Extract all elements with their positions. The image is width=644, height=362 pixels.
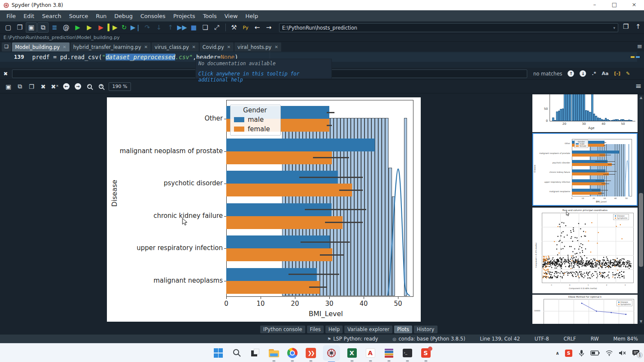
hidden-icons-chevron-icon[interactable]: ∧ xyxy=(556,350,559,356)
wifi-icon[interactable] xyxy=(605,350,613,356)
find-symbols-icon[interactable]: @ xyxy=(61,22,72,33)
open-file-icon[interactable]: ❐ xyxy=(14,22,25,33)
browse-directory-icon[interactable]: ❐ xyxy=(623,23,629,30)
pane-tab-history[interactable]: History xyxy=(414,326,437,333)
chevron-down-icon[interactable]: ▾ xyxy=(613,26,615,30)
tooltip-line2[interactable]: Click anywhere in this tooltip for addit… xyxy=(198,71,329,83)
microphone-icon[interactable] xyxy=(578,349,585,357)
menu-search[interactable]: Search xyxy=(38,12,65,21)
menu-debug[interactable]: Debug xyxy=(110,12,137,21)
step-over-icon[interactable]: ↷ xyxy=(142,22,153,33)
back-icon[interactable]: ← xyxy=(252,22,263,33)
save-file-icon[interactable]: ▣ xyxy=(26,22,37,33)
thumbnail-bmi-disease-selected[interactable]: Othermalignant neoplasm of prostatepsych… xyxy=(532,133,638,206)
bmi-disease-figure[interactable]: Othermalignant neoplasm of prostatepsych… xyxy=(107,97,421,322)
tab-model_building-py[interactable]: Model_building.py✕ xyxy=(12,42,70,51)
restart-kernel-icon[interactable]: ↻ xyxy=(118,22,130,33)
copy-image-icon[interactable]: ❐ xyxy=(26,81,37,92)
new-file-icon[interactable]: ▢ xyxy=(3,22,14,33)
run-selection-icon[interactable]: ▍▶ xyxy=(107,22,118,33)
save-all-icon[interactable]: ⧉ xyxy=(37,22,49,33)
acrobat-app[interactable]: A xyxy=(364,347,377,359)
pane-tab-plots[interactable]: Plots xyxy=(394,326,412,333)
chrome-app[interactable] xyxy=(286,347,299,359)
save-all-plots-icon[interactable]: ⧉ xyxy=(14,81,26,92)
parent-directory-icon[interactable]: ↑ xyxy=(635,23,641,30)
bar-female[interactable] xyxy=(226,184,352,196)
menu-help[interactable]: Help xyxy=(242,12,262,21)
minimize-button[interactable]: – xyxy=(585,0,605,10)
preferences-icon[interactable]: ⚒ xyxy=(228,22,240,33)
save-plot-icon[interactable]: ▣ xyxy=(3,81,14,92)
rerun-cell-icon[interactable]: ▶ xyxy=(95,22,106,33)
bar-female[interactable] xyxy=(226,281,320,294)
bar-female[interactable] xyxy=(226,248,332,261)
previous-plot-icon[interactable]: ← xyxy=(61,81,72,92)
stop-icon[interactable]: ■ xyxy=(188,22,199,33)
debug-run-icon[interactable]: ▶▶ xyxy=(176,22,188,33)
maximize-pane-icon[interactable]: ❏ xyxy=(200,22,211,33)
maximize-button[interactable]: □ xyxy=(605,0,624,10)
tab-viral_hosts-py[interactable]: viral_hosts.py✕ xyxy=(234,42,281,51)
plots-options-icon[interactable]: ≡ xyxy=(635,81,641,90)
scroll-down-icon[interactable]: ▼ xyxy=(638,319,644,324)
winrar-app[interactable] xyxy=(383,347,395,359)
zoom-in-icon[interactable]: + xyxy=(95,81,107,92)
spyder-app[interactable] xyxy=(323,345,340,361)
find-previous-icon[interactable]: ↑ xyxy=(568,70,574,77)
run-cell-icon[interactable]: ▶ xyxy=(84,22,95,33)
tab-virus_class-py[interactable]: virus_class.py✕ xyxy=(152,42,198,51)
menu-consoles[interactable]: Consoles xyxy=(137,12,169,21)
close-tab-icon[interactable]: ✕ xyxy=(274,45,278,49)
thumbnail-elbow-method[interactable]: Elbow Method For Optimal k10000DiseaseSy… xyxy=(532,295,638,324)
close-button[interactable]: × xyxy=(624,0,644,10)
sogou-app[interactable]: S xyxy=(419,347,432,359)
scroll-up-icon[interactable]: ▲ xyxy=(638,95,644,100)
thumbnail-age-histogram[interactable]: 50020304050Age xyxy=(532,94,638,132)
search-button[interactable] xyxy=(231,347,243,359)
browse-tabs-button[interactable]: ❏ xyxy=(2,42,11,51)
volume-muted-icon[interactable] xyxy=(619,350,626,356)
battery-icon[interactable] xyxy=(590,350,600,356)
whole-words-icon[interactable]: [-] xyxy=(614,71,620,76)
thumbnails-scrollbar[interactable]: ▲ ▼ xyxy=(638,95,644,324)
match-case-icon[interactable]: Aa xyxy=(601,71,608,76)
thumbnail-principal-coordinates[interactable]: Row and column principal coordinates-101… xyxy=(532,208,638,293)
close-tab-icon[interactable]: ✕ xyxy=(192,45,195,49)
remove-plot-icon[interactable]: ✖ xyxy=(37,81,49,92)
close-tab-icon[interactable]: ✕ xyxy=(227,45,231,49)
python-path-icon[interactable]: Py xyxy=(240,22,251,33)
regex-icon[interactable]: .* xyxy=(592,71,596,76)
start-button[interactable] xyxy=(212,347,225,359)
working-directory-input[interactable]: E:\PythonRun\hosts_prediction ▾ xyxy=(279,23,618,32)
tab-hybrid_transfer_learning-py[interactable]: hybrid_transfer_learning.py✕ xyxy=(70,42,151,51)
menu-projects[interactable]: Projects xyxy=(169,12,199,21)
menu-view[interactable]: View xyxy=(221,12,242,21)
close-tab-icon[interactable]: ✕ xyxy=(144,45,148,49)
pane-tab-help[interactable]: Help xyxy=(325,326,343,333)
zoom-out-icon[interactable]: - xyxy=(84,81,95,92)
menu-source[interactable]: Source xyxy=(65,12,92,21)
find-next-icon[interactable]: ↓ xyxy=(580,70,586,77)
sogou-tray-icon[interactable]: S xyxy=(565,350,572,357)
remove-all-plots-icon[interactable]: ✖ˣ xyxy=(49,81,61,92)
terminal-app[interactable]: ›_ xyxy=(401,347,414,359)
zoom-level[interactable]: 190 % xyxy=(109,82,131,91)
menu-run[interactable]: Run xyxy=(92,12,110,21)
bar-male[interactable] xyxy=(226,139,375,151)
notifications-icon[interactable]: 1 xyxy=(632,350,640,356)
menu-file[interactable]: File xyxy=(3,12,20,21)
menu-tools[interactable]: Tools xyxy=(199,12,221,21)
highlight-matches-icon[interactable]: ✎ xyxy=(626,71,630,76)
pane-tab-ipython-console[interactable]: IPython console xyxy=(260,326,305,333)
menu-edit[interactable]: Edit xyxy=(20,12,38,21)
file-explorer-app[interactable] xyxy=(267,347,280,359)
excel-app[interactable]: X xyxy=(346,347,358,359)
pane-tab-variable-explorer[interactable]: Variable explorer xyxy=(344,326,392,333)
debug-continue-icon[interactable]: ▶❘ xyxy=(130,22,141,33)
fullscreen-icon[interactable]: ⤢ xyxy=(211,22,222,33)
editor-tooltip[interactable]: No documentation available Click anywher… xyxy=(195,59,332,79)
editor-options-icon[interactable]: ≡ xyxy=(637,42,642,50)
close-find-icon[interactable]: ✖ xyxy=(3,71,8,77)
tab-covid-py[interactable]: Covid.py✕ xyxy=(200,42,234,51)
